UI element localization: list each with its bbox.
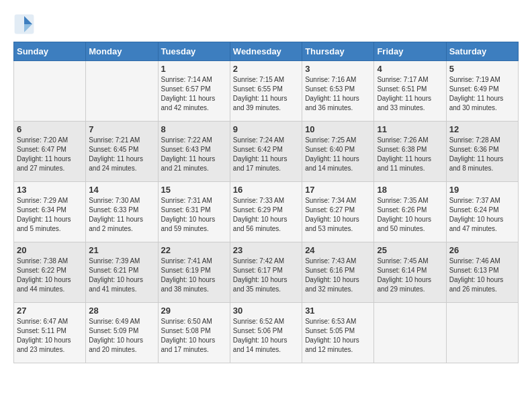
calendar-table: SundayMondayTuesdayWednesdayThursdayFrid… [13, 42, 519, 363]
day-info: Sunrise: 7:35 AM Sunset: 6:26 PM Dayligh… [377, 196, 443, 234]
day-info: Sunrise: 7:14 AM Sunset: 6:57 PM Dayligh… [161, 75, 227, 113]
calendar-cell: 4Sunrise: 7:17 AM Sunset: 6:51 PM Daylig… [374, 61, 446, 122]
day-number: 19 [449, 185, 515, 195]
week-row-1: 1Sunrise: 7:14 AM Sunset: 6:57 PM Daylig… [14, 61, 519, 122]
day-info: Sunrise: 7:33 AM Sunset: 6:29 PM Dayligh… [233, 196, 299, 234]
day-info: Sunrise: 7:31 AM Sunset: 6:31 PM Dayligh… [161, 196, 227, 234]
day-number: 21 [89, 245, 154, 255]
day-number: 10 [305, 124, 371, 134]
calendar-cell: 6Sunrise: 7:20 AM Sunset: 6:47 PM Daylig… [14, 122, 86, 182]
week-row-4: 20Sunrise: 7:38 AM Sunset: 6:22 PM Dayli… [14, 242, 519, 303]
week-row-2: 6Sunrise: 7:20 AM Sunset: 6:47 PM Daylig… [14, 122, 519, 182]
calendar-cell: 9Sunrise: 7:24 AM Sunset: 6:42 PM Daylig… [230, 122, 302, 182]
calendar-cell [446, 303, 518, 363]
day-info: Sunrise: 7:25 AM Sunset: 6:40 PM Dayligh… [305, 136, 371, 173]
calendar-cell: 24Sunrise: 7:43 AM Sunset: 6:16 PM Dayli… [302, 242, 374, 303]
calendar-cell: 12Sunrise: 7:28 AM Sunset: 6:36 PM Dayli… [446, 122, 518, 182]
day-number: 3 [305, 64, 371, 74]
week-row-3: 13Sunrise: 7:29 AM Sunset: 6:34 PM Dayli… [14, 182, 519, 242]
calendar-cell [14, 61, 86, 122]
calendar-cell: 21Sunrise: 7:39 AM Sunset: 6:21 PM Dayli… [86, 242, 158, 303]
calendar-cell: 15Sunrise: 7:31 AM Sunset: 6:31 PM Dayli… [158, 182, 230, 242]
day-header-wednesday: Wednesday [230, 42, 302, 61]
day-number: 24 [305, 245, 371, 255]
day-info: Sunrise: 7:19 AM Sunset: 6:49 PM Dayligh… [449, 75, 515, 113]
calendar-cell: 2Sunrise: 7:15 AM Sunset: 6:55 PM Daylig… [230, 61, 302, 122]
day-info: Sunrise: 7:30 AM Sunset: 6:33 PM Dayligh… [89, 196, 154, 234]
day-number: 26 [449, 245, 515, 255]
day-number: 1 [161, 64, 227, 74]
calendar-cell: 3Sunrise: 7:16 AM Sunset: 6:53 PM Daylig… [302, 61, 374, 122]
day-header-tuesday: Tuesday [158, 42, 230, 61]
calendar-cell: 20Sunrise: 7:38 AM Sunset: 6:22 PM Dayli… [14, 242, 86, 303]
calendar-cell: 27Sunrise: 6:47 AM Sunset: 5:11 PM Dayli… [14, 303, 86, 363]
day-info: Sunrise: 7:41 AM Sunset: 6:19 PM Dayligh… [161, 257, 227, 294]
day-header-saturday: Saturday [446, 42, 518, 61]
calendar-cell: 29Sunrise: 6:50 AM Sunset: 5:08 PM Dayli… [158, 303, 230, 363]
day-number: 11 [377, 124, 443, 134]
calendar-cell: 25Sunrise: 7:45 AM Sunset: 6:14 PM Dayli… [374, 242, 446, 303]
day-number: 18 [377, 185, 443, 195]
day-number: 12 [449, 124, 515, 134]
day-info: Sunrise: 7:38 AM Sunset: 6:22 PM Dayligh… [17, 257, 83, 294]
day-info: Sunrise: 7:26 AM Sunset: 6:38 PM Dayligh… [377, 136, 443, 173]
day-info: Sunrise: 7:37 AM Sunset: 6:24 PM Dayligh… [449, 196, 515, 234]
day-info: Sunrise: 7:34 AM Sunset: 6:27 PM Dayligh… [305, 196, 371, 234]
day-number: 23 [233, 245, 299, 255]
day-number: 16 [233, 185, 299, 195]
calendar-cell: 16Sunrise: 7:33 AM Sunset: 6:29 PM Dayli… [230, 182, 302, 242]
day-info: Sunrise: 7:15 AM Sunset: 6:55 PM Dayligh… [233, 75, 299, 113]
calendar-cell: 1Sunrise: 7:14 AM Sunset: 6:57 PM Daylig… [158, 61, 230, 122]
calendar-cell: 19Sunrise: 7:37 AM Sunset: 6:24 PM Dayli… [446, 182, 518, 242]
day-info: Sunrise: 6:49 AM Sunset: 5:09 PM Dayligh… [89, 317, 154, 355]
day-info: Sunrise: 7:42 AM Sunset: 6:17 PM Dayligh… [233, 257, 299, 294]
calendar-cell: 7Sunrise: 7:21 AM Sunset: 6:45 PM Daylig… [86, 122, 158, 182]
day-info: Sunrise: 7:22 AM Sunset: 6:43 PM Dayligh… [161, 136, 227, 173]
day-info: Sunrise: 7:43 AM Sunset: 6:16 PM Dayligh… [305, 257, 371, 294]
calendar-cell: 23Sunrise: 7:42 AM Sunset: 6:17 PM Dayli… [230, 242, 302, 303]
day-header-sunday: Sunday [14, 42, 86, 61]
day-number: 9 [233, 124, 299, 134]
logo-icon [13, 13, 35, 35]
day-number: 13 [17, 185, 83, 195]
day-number: 22 [161, 245, 227, 255]
day-number: 25 [377, 245, 443, 255]
page-header [13, 13, 519, 35]
day-header-friday: Friday [374, 42, 446, 61]
calendar-cell: 13Sunrise: 7:29 AM Sunset: 6:34 PM Dayli… [14, 182, 86, 242]
calendar-cell: 28Sunrise: 6:49 AM Sunset: 5:09 PM Dayli… [86, 303, 158, 363]
day-number: 14 [89, 185, 154, 195]
day-info: Sunrise: 6:52 AM Sunset: 5:06 PM Dayligh… [233, 317, 299, 355]
calendar-cell [86, 61, 158, 122]
day-header-monday: Monday [86, 42, 158, 61]
day-number: 4 [377, 64, 443, 74]
day-info: Sunrise: 7:17 AM Sunset: 6:51 PM Dayligh… [377, 75, 443, 113]
day-info: Sunrise: 7:29 AM Sunset: 6:34 PM Dayligh… [17, 196, 83, 234]
day-info: Sunrise: 6:47 AM Sunset: 5:11 PM Dayligh… [17, 317, 83, 355]
day-info: Sunrise: 6:53 AM Sunset: 5:05 PM Dayligh… [305, 317, 371, 355]
calendar-cell: 22Sunrise: 7:41 AM Sunset: 6:19 PM Dayli… [158, 242, 230, 303]
day-number: 31 [305, 306, 371, 316]
day-number: 15 [161, 185, 227, 195]
day-number: 8 [161, 124, 227, 134]
day-number: 7 [89, 124, 154, 134]
logo [13, 13, 38, 35]
calendar-cell [374, 303, 446, 363]
day-info: Sunrise: 7:24 AM Sunset: 6:42 PM Dayligh… [233, 136, 299, 173]
week-row-5: 27Sunrise: 6:47 AM Sunset: 5:11 PM Dayli… [14, 303, 519, 363]
day-info: Sunrise: 7:39 AM Sunset: 6:21 PM Dayligh… [89, 257, 154, 294]
header-row: SundayMondayTuesdayWednesdayThursdayFrid… [14, 42, 519, 61]
day-header-thursday: Thursday [302, 42, 374, 61]
day-number: 2 [233, 64, 299, 74]
day-number: 6 [17, 124, 83, 134]
calendar-cell: 14Sunrise: 7:30 AM Sunset: 6:33 PM Dayli… [86, 182, 158, 242]
day-number: 27 [17, 306, 83, 316]
calendar-cell: 31Sunrise: 6:53 AM Sunset: 5:05 PM Dayli… [302, 303, 374, 363]
calendar-cell: 18Sunrise: 7:35 AM Sunset: 6:26 PM Dayli… [374, 182, 446, 242]
day-info: Sunrise: 7:21 AM Sunset: 6:45 PM Dayligh… [89, 136, 154, 173]
day-number: 5 [449, 64, 515, 74]
day-number: 20 [17, 245, 83, 255]
day-info: Sunrise: 7:46 AM Sunset: 6:13 PM Dayligh… [449, 257, 515, 294]
day-info: Sunrise: 6:50 AM Sunset: 5:08 PM Dayligh… [161, 317, 227, 355]
day-info: Sunrise: 7:28 AM Sunset: 6:36 PM Dayligh… [449, 136, 515, 173]
